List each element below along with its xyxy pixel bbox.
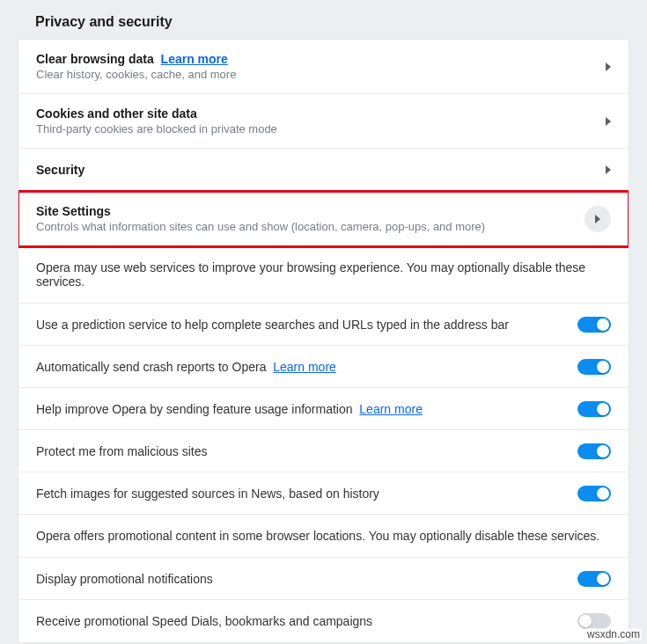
chevron-right-icon	[595, 215, 600, 223]
chevron-right-icon	[606, 165, 611, 174]
toggle-label: Protect me from malicious sites	[36, 444, 577, 458]
toggle-prediction-service[interactable]	[577, 317, 611, 333]
row-security[interactable]: Security	[18, 149, 629, 192]
row-site-settings[interactable]: Site Settings Controls what information …	[18, 192, 629, 246]
chevron-right-button[interactable]	[585, 206, 611, 232]
title-text: Clear browsing data	[36, 52, 154, 66]
toggle-label: Help improve Opera by sending feature us…	[36, 402, 577, 416]
toggle-crash-reports[interactable]	[577, 359, 611, 375]
toggle-promo-speed-dials[interactable]	[577, 613, 611, 629]
toggle-malicious-sites[interactable]	[577, 443, 611, 459]
row-title: Cookies and other site data	[36, 106, 595, 121]
chevron-right-icon	[606, 117, 611, 126]
toggle-label: Use a prediction service to help complet…	[36, 318, 577, 332]
info-web-services: Opera may use web services to improve yo…	[18, 246, 629, 304]
toggle-label: Display promotional notifications	[36, 572, 577, 586]
row-promo-speed-dials: Receive promotional Speed Dials, bookmar…	[18, 600, 629, 642]
row-sub: Third-party cookies are blocked in priva…	[36, 122, 595, 135]
toggle-label: Automatically send crash reports to Oper…	[36, 360, 577, 374]
row-title: Security	[36, 163, 595, 177]
row-sub: Controls what information sites can use …	[36, 220, 585, 233]
chevron-right-icon	[606, 62, 611, 71]
row-promo-notifications: Display promotional notifications	[18, 558, 629, 600]
section-title: Privacy and security	[18, 9, 629, 39]
toggle-promo-notifications[interactable]	[577, 571, 611, 587]
watermark: wsxdn.com	[585, 628, 642, 640]
toggle-feature-usage[interactable]	[577, 401, 611, 417]
row-feature-usage: Help improve Opera by sending feature us…	[18, 388, 629, 430]
privacy-security-card: Clear browsing data Learn more Clear his…	[18, 39, 629, 643]
info-promotional-content: Opera offers promotional content in some…	[18, 515, 629, 558]
label-text: Help improve Opera by sending feature us…	[36, 402, 353, 416]
learn-more-link[interactable]: Learn more	[161, 52, 228, 66]
learn-more-link[interactable]: Learn more	[273, 360, 336, 374]
toggle-label: Receive promotional Speed Dials, bookmar…	[36, 614, 577, 628]
row-cookies[interactable]: Cookies and other site data Third-party …	[18, 94, 629, 149]
row-prediction-service: Use a prediction service to help complet…	[18, 304, 629, 346]
toggle-label: Fetch images for suggested sources in Ne…	[36, 487, 577, 501]
row-malicious-sites: Protect me from malicious sites	[18, 430, 629, 472]
learn-more-link[interactable]: Learn more	[359, 402, 423, 416]
toggle-fetch-images[interactable]	[577, 486, 611, 501]
row-title: Site Settings	[36, 204, 585, 218]
row-sub: Clear history, cookies, cache, and more	[36, 68, 595, 81]
row-clear-browsing-data[interactable]: Clear browsing data Learn more Clear his…	[18, 40, 629, 94]
row-title: Clear browsing data Learn more	[36, 52, 595, 66]
label-text: Automatically send crash reports to Oper…	[36, 360, 266, 374]
row-crash-reports: Automatically send crash reports to Oper…	[18, 346, 629, 388]
row-fetch-images: Fetch images for suggested sources in Ne…	[18, 472, 629, 515]
